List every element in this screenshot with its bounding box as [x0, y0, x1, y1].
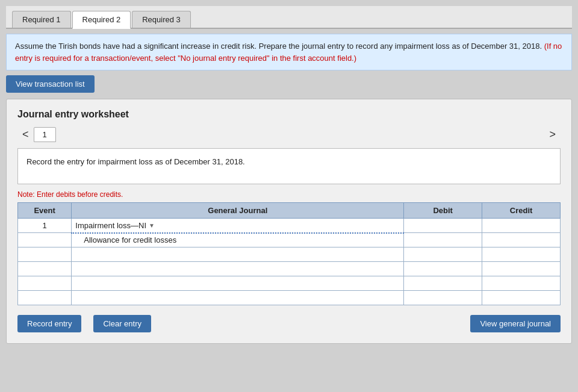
entry-description-text: Record the entry for impairment loss as … [26, 157, 245, 166]
journal-entry-worksheet: Journal entry worksheet < 1 > Record the… [6, 99, 572, 344]
tab-required-1[interactable]: Required 1 [12, 11, 71, 28]
table-row [18, 262, 561, 276]
journal-account-text: Impairment loss—NI [75, 221, 146, 230]
debit-cell[interactable] [404, 219, 482, 233]
credit-cell[interactable] [482, 219, 561, 233]
event-cell: 1 [18, 219, 72, 233]
col-header-general-journal: General Journal [72, 203, 404, 219]
info-text-plain: Assume the Tirish bonds have had a signi… [15, 42, 542, 51]
event-cell [18, 247, 72, 262]
credit-cell[interactable] [482, 247, 561, 262]
credit-cell[interactable] [482, 291, 561, 305]
col-header-debit: Debit [404, 203, 482, 219]
debit-cell[interactable] [404, 276, 482, 291]
credit-cell[interactable] [482, 233, 561, 247]
view-general-journal-button[interactable]: View general journal [470, 315, 561, 332]
event-cell [18, 233, 72, 247]
table-row [18, 247, 561, 262]
event-cell [18, 276, 72, 291]
credit-cell[interactable] [482, 276, 561, 291]
worksheet-title: Journal entry worksheet [17, 109, 561, 120]
credit-cell[interactable] [482, 262, 561, 276]
debit-cell[interactable] [404, 247, 482, 262]
nav-next-button[interactable]: > [544, 127, 561, 142]
view-transaction-list-button[interactable]: View transaction list [6, 75, 95, 93]
col-header-credit: Credit [482, 203, 561, 219]
event-cell [18, 291, 72, 305]
tabs-bar: Required 1 Required 2 Required 3 [6, 6, 572, 29]
general-journal-cell[interactable] [72, 291, 404, 305]
entry-description-box: Record the entry for impairment loss as … [17, 148, 561, 184]
debit-cell[interactable] [404, 262, 482, 276]
worksheet-nav-row: < 1 > [17, 127, 561, 142]
event-cell [18, 262, 72, 276]
debit-cell[interactable] [404, 291, 482, 305]
info-box: Assume the Tirish bonds have had a signi… [6, 34, 572, 70]
clear-entry-button[interactable]: Clear entry [93, 315, 151, 332]
tab-required-2[interactable]: Required 2 [72, 11, 131, 29]
debit-cell[interactable] [404, 233, 482, 247]
general-journal-cell[interactable]: Allowance for credit losses [72, 233, 404, 247]
tab-required-3[interactable]: Required 3 [132, 11, 191, 28]
col-header-event: Event [18, 203, 72, 219]
nav-prev-button[interactable]: < [17, 127, 34, 142]
general-journal-cell[interactable] [72, 276, 404, 291]
general-journal-cell[interactable] [72, 262, 404, 276]
action-row: Record entry Clear entry View general jo… [17, 315, 561, 332]
table-row [18, 291, 561, 305]
note-text: Note: Enter debits before credits. [17, 190, 561, 199]
table-row: Allowance for credit losses [18, 233, 561, 247]
record-entry-button[interactable]: Record entry [17, 315, 81, 332]
table-row [18, 276, 561, 291]
journal-table: Event General Journal Debit Credit 1Impa… [17, 202, 561, 305]
general-journal-cell[interactable] [72, 247, 404, 262]
view-transaction-btn-wrapper: View transaction list [6, 75, 572, 93]
dropdown-arrow-icon[interactable]: ▼ [146, 222, 155, 229]
page-tab: 1 [34, 127, 56, 142]
general-journal-cell[interactable]: Impairment loss—NI▼ [72, 219, 404, 233]
table-row: 1Impairment loss—NI▼ [18, 219, 561, 233]
journal-account-text: Allowance for credit losses [75, 235, 176, 244]
